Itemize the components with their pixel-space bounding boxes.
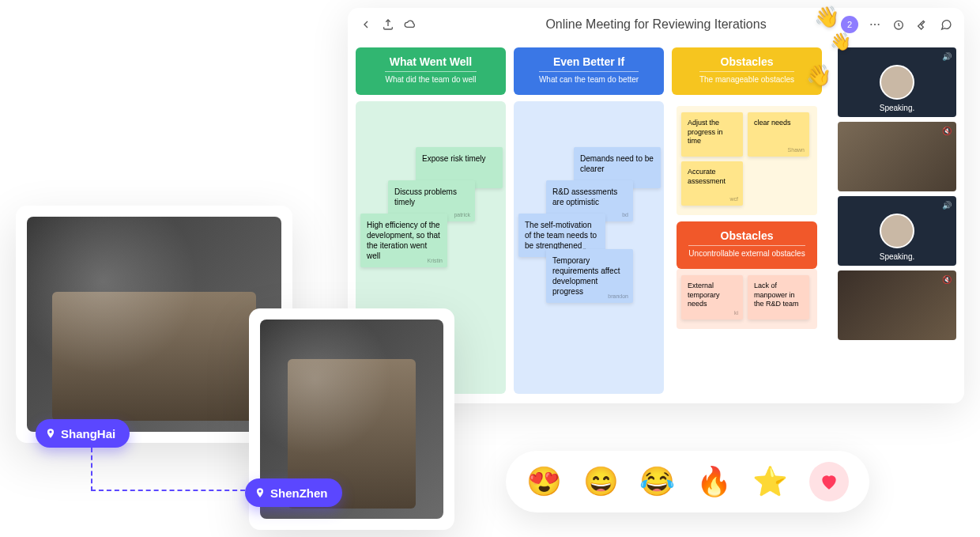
column-title: Even Better If xyxy=(522,55,656,71)
cloud-sync-icon[interactable] xyxy=(403,17,417,32)
sticky-note[interactable]: Temporary requirements affect developmen… xyxy=(546,249,633,303)
column-subtitle: The manageable obstacles xyxy=(699,71,794,84)
reaction-star[interactable]: ⭐ xyxy=(752,465,788,498)
video-tile[interactable]: 🔇 xyxy=(838,122,956,191)
sticky-note[interactable]: Adjust the progress in time xyxy=(681,112,743,157)
avatar xyxy=(880,65,914,100)
wave-icon: 👋 xyxy=(830,32,854,55)
wave-icon: 👋 xyxy=(806,63,830,87)
volume-icon: 🔊 xyxy=(942,201,952,210)
obstacles-manageable-grid: Adjust the progress in time clear needsS… xyxy=(677,106,817,215)
location-pill-shanghai[interactable]: ShangHai xyxy=(36,419,130,448)
location-pill-shenzhen[interactable]: ShenZhen xyxy=(245,478,342,507)
sticky-note[interactable]: Accurate assessmentwcf xyxy=(681,161,743,206)
connection-line xyxy=(91,448,269,491)
avatar xyxy=(880,214,914,248)
column-header: Obstacles The manageable obstacles xyxy=(672,47,822,95)
reaction-grin[interactable]: 😄 xyxy=(583,465,619,498)
back-icon[interactable] xyxy=(359,17,373,32)
team-photo xyxy=(27,217,281,432)
video-status: Speaking. xyxy=(880,104,914,112)
svg-point-2 xyxy=(878,24,880,25)
chat-icon[interactable] xyxy=(939,17,953,32)
column-title: What Went Well xyxy=(364,55,498,71)
video-tile[interactable]: 🔇 xyxy=(838,270,956,340)
reaction-joy[interactable]: 😂 xyxy=(639,465,675,498)
column-even-better: Even Better If What can the team do bett… xyxy=(514,47,664,394)
board-toolbar: Online Meeting for Reviewing Iterations … xyxy=(348,8,964,41)
volume-icon: 🔇 xyxy=(942,275,952,284)
svg-point-0 xyxy=(870,24,872,25)
location-pin-icon xyxy=(45,428,56,439)
obstacles-external-grid: External temporary needski Lack of manpo… xyxy=(677,269,817,329)
column-obstacles: Obstacles The manageable obstacles Adjus… xyxy=(672,47,822,394)
sticky-note[interactable]: clear needsShawn xyxy=(748,112,809,157)
sticky-note[interactable]: High efficiency of the development, so t… xyxy=(360,214,447,267)
heart-icon xyxy=(819,471,839,492)
volume-icon: 🔇 xyxy=(942,127,952,135)
reaction-heart[interactable] xyxy=(809,462,849,501)
location-pin-icon xyxy=(254,487,266,498)
clap-icon[interactable] xyxy=(915,17,929,32)
volume-icon: 🔊 xyxy=(942,52,952,61)
wave-icon: 👋 xyxy=(814,5,838,28)
column-subtitle: What did the team do well xyxy=(385,71,476,84)
video-tile[interactable]: 🔊 Speaking. xyxy=(838,47,956,117)
column-header: Even Better If What can the team do bett… xyxy=(514,47,664,95)
column-subtitle: What can the team do better xyxy=(539,71,639,84)
reaction-heart-eyes[interactable]: 😍 xyxy=(526,465,562,498)
board-title: Online Meeting for Reviewing Iterations xyxy=(545,17,766,32)
video-status: Speaking. xyxy=(880,252,914,261)
more-icon[interactable] xyxy=(868,17,882,32)
reaction-fire[interactable]: 🔥 xyxy=(696,465,732,498)
column-subtitle: Uncontrollable external obstacles xyxy=(688,245,805,258)
svg-point-1 xyxy=(874,24,876,25)
location-label: ShangHai xyxy=(61,427,115,441)
reaction-bar: 😍 😄 😂 🔥 ⭐ xyxy=(506,451,869,512)
column-title: Obstacles xyxy=(680,55,814,71)
participant-count-badge[interactable]: 2 xyxy=(841,16,858,33)
timer-icon[interactable] xyxy=(891,17,906,32)
sticky-note[interactable]: Lack of manpower in the R&D team xyxy=(748,275,809,320)
column-header: Obstacles Uncontrollable external obstac… xyxy=(677,221,817,269)
location-label: ShenZhen xyxy=(270,486,328,500)
video-tile[interactable]: 🔊 Speaking. xyxy=(838,196,956,266)
export-icon[interactable] xyxy=(381,17,395,32)
column-header: What Went Well What did the team do well xyxy=(356,47,506,95)
column-title: Obstacles xyxy=(684,229,809,245)
video-participants: 🔊 Speaking. 🔇 🔊 Speaking. 🔇 xyxy=(838,47,956,394)
sticky-note[interactable]: External temporary needski xyxy=(681,275,743,320)
